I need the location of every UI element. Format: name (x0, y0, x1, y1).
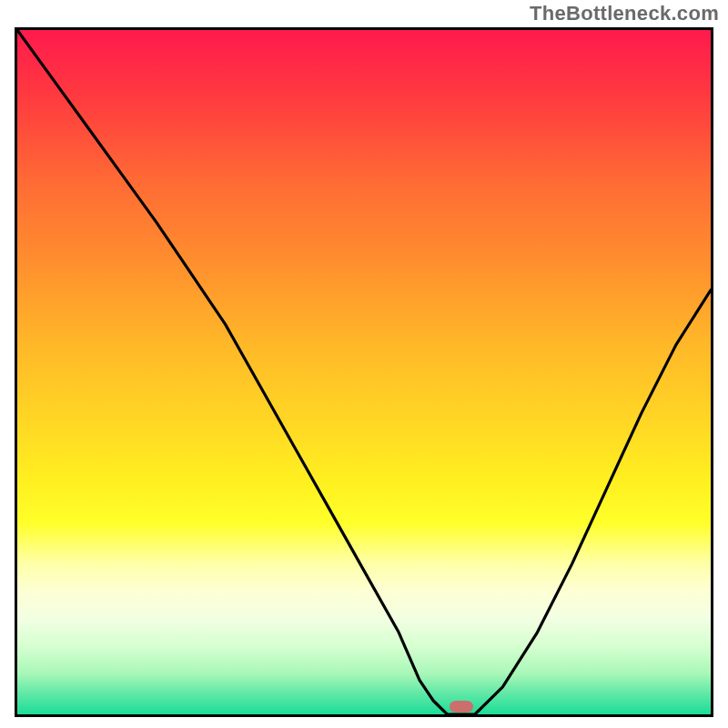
bottleneck-curve (17, 30, 711, 714)
plot-area (15, 27, 713, 717)
chart-container: TheBottleneck.com (0, 0, 728, 728)
watermark-text: TheBottleneck.com (530, 2, 719, 25)
optimal-marker (450, 701, 473, 713)
